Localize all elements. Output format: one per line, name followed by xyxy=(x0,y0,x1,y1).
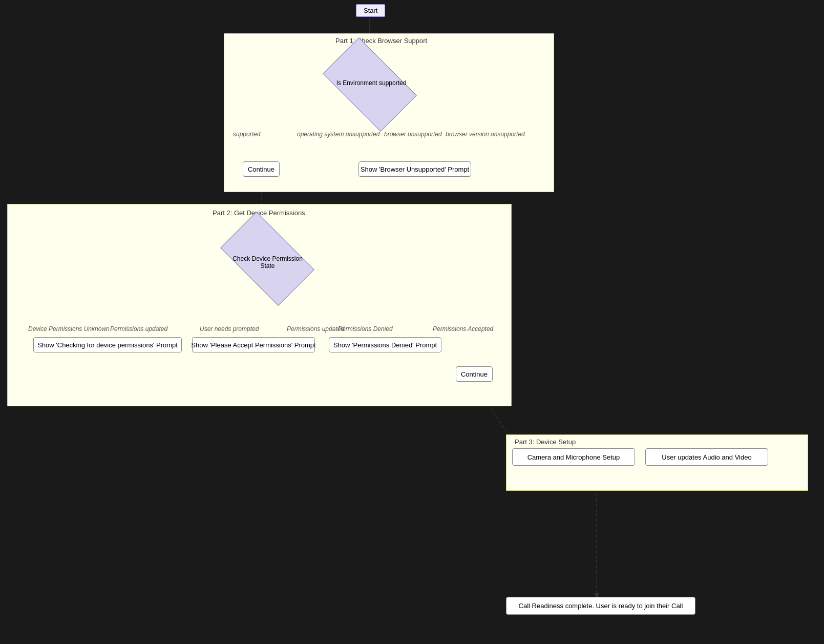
part2-checking-box: Show 'Checking for device permissions' P… xyxy=(33,337,182,352)
edge-supported: supported xyxy=(233,131,260,138)
part1-continue-label: Continue xyxy=(248,165,274,173)
part2-please-accept-box: Show 'Please Accept Permissions' Prompt xyxy=(192,337,315,352)
edge-permissions-accepted: Permissions Accepted xyxy=(433,325,493,333)
part2-continue-box: Continue xyxy=(456,366,493,382)
edge-user-needs-prompted: User needs prompted xyxy=(200,325,259,333)
part2-denied-label: Show 'Permissions Denied' Prompt xyxy=(333,341,437,349)
camera-mic-label: Camera and Microphone Setup xyxy=(527,453,620,461)
edge-browser-version-unsupported: browser version unsupported xyxy=(446,131,525,138)
part3-label: Part 3: Device Setup xyxy=(515,438,576,446)
start-label: Start xyxy=(364,7,377,14)
camera-mic-setup-box: Camera and Microphone Setup xyxy=(512,448,635,466)
edge-permissions-updated2: Permissions updated xyxy=(287,325,344,333)
part2-continue-label: Continue xyxy=(461,370,488,378)
edge-permissions-updated1: Permissions updated xyxy=(110,325,167,333)
edge-os-unsupported: operating system unsupported xyxy=(297,131,379,138)
part2-please-accept-label: Show 'Please Accept Permissions' Prompt xyxy=(191,341,315,349)
user-updates-label: User updates Audio and Video xyxy=(662,453,751,461)
user-updates-box: User updates Audio and Video xyxy=(645,448,768,466)
final-label: Call Readiness complete. User is ready t… xyxy=(519,602,683,610)
edge-device-unknown: Device Permissions Unknown xyxy=(28,325,110,333)
start-node: Start xyxy=(356,4,385,17)
edge-permissions-denied: Permissions Denied xyxy=(338,325,393,333)
part1-label: Part 1: Check Browser Support xyxy=(335,37,427,45)
final-box: Call Readiness complete. User is ready t… xyxy=(506,597,695,615)
part1-browser-prompt-label: Show 'Browser Unsupported' Prompt xyxy=(361,165,469,173)
part2-denied-box: Show 'Permissions Denied' Prompt xyxy=(329,337,441,352)
part1-browser-prompt-box: Show 'Browser Unsupported' Prompt xyxy=(358,161,471,177)
edge-browser-unsupported: browser unsupported xyxy=(384,131,442,138)
part1-continue-box: Continue xyxy=(243,161,280,177)
part2-checking-label: Show 'Checking for device permissions' P… xyxy=(37,341,178,349)
